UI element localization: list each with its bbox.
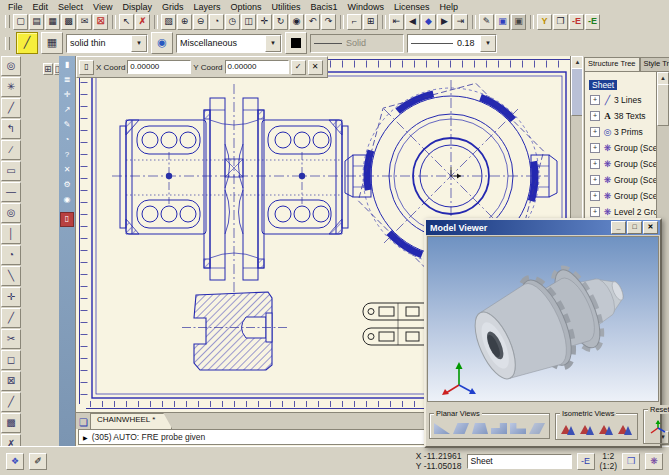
scissors-icon[interactable]: ✂ [1, 329, 21, 349]
edit-cursor-button[interactable]: ✐ [29, 453, 47, 470]
expand-icon[interactable]: + [590, 127, 600, 137]
menu-item[interactable]: Select [53, 2, 88, 12]
tree-item[interactable]: + ◎ 3 Prims [587, 124, 657, 140]
hatch-tool-icon[interactable]: ▩ [1, 413, 21, 433]
tree-item[interactable]: + ❋ Group (Scene) [587, 188, 657, 204]
sheet-tab[interactable]: CHAINWHEEL * [90, 413, 172, 429]
group-mode-button[interactable]: ❋ [645, 453, 663, 470]
zoom-out-icon[interactable]: ⊖ [193, 14, 208, 30]
box-diagonal-icon[interactable]: ⊠ [1, 371, 21, 391]
sheet-name-field[interactable]: Sheet [467, 454, 572, 469]
circle-quadrant-icon[interactable]: ◔ [1, 245, 21, 265]
query-icon[interactable]: ? [61, 149, 73, 162]
zoom-window-icon[interactable]: ◫ [241, 14, 256, 30]
category-combo[interactable]: Miscellaneous ▼ [176, 34, 282, 53]
arrow-icon[interactable]: ↗ [61, 104, 73, 117]
y-coord-field[interactable]: 0.00000 [225, 60, 289, 74]
save-all-icon[interactable]: ▩ [61, 14, 76, 30]
elbow-line-icon[interactable]: ↰ [1, 119, 21, 139]
grid-tool-icon[interactable]: ⊞ [363, 14, 378, 30]
plus-icon[interactable]: ✛ [61, 89, 73, 102]
cross-tool-icon[interactable]: ✛ [1, 287, 21, 307]
undo-icon[interactable]: ↶ [305, 14, 320, 30]
box-tool-icon[interactable]: ◻ [1, 350, 21, 370]
expand-icon[interactable]: + [590, 191, 600, 201]
rectangle-tool-icon[interactable]: ▭ [1, 161, 21, 181]
chevron-down-icon[interactable]: ▼ [265, 35, 281, 52]
confirm-icon[interactable]: ✓ [291, 60, 306, 75]
line-angle-icon[interactable]: ∕ [1, 140, 21, 160]
menu-item[interactable]: Windows [343, 2, 390, 12]
x-coord-field[interactable]: 0.00000 [127, 60, 191, 74]
close-doc-icon[interactable]: ☒ [93, 14, 108, 30]
plane-bottom-icon[interactable] [529, 423, 545, 434]
line-tool-icon[interactable]: ╱ [1, 98, 21, 118]
iso-view-nw-icon[interactable] [579, 423, 595, 435]
expand-icon[interactable]: + [590, 207, 600, 217]
circle-center-icon[interactable]: ◎ [1, 203, 21, 223]
plane-top-icon[interactable] [510, 423, 526, 434]
image-dark-icon[interactable]: ▣ [511, 14, 526, 30]
tree-item[interactable]: + ❋ Group (Scene) [587, 140, 657, 156]
menu-item[interactable]: File [3, 2, 28, 12]
export-sheet-button[interactable]: -E [577, 453, 595, 470]
expand-icon[interactable]: + [590, 175, 600, 185]
list-icon[interactable]: ≣ [61, 74, 73, 87]
cancel-icon[interactable]: ✕ [308, 60, 323, 75]
select-arrow-icon[interactable]: ↖ [119, 14, 134, 30]
color-swatch-button[interactable] [285, 32, 307, 54]
tangent-line-icon[interactable]: ╱ [1, 308, 21, 328]
model-viewer-titlebar[interactable]: Model Viewer _ □ ✕ [426, 220, 660, 235]
export-red-icon[interactable]: -E [569, 14, 584, 30]
tree-item[interactable]: + A 38 Texts [587, 108, 657, 124]
close-icon[interactable]: ✕ [643, 221, 658, 234]
model-viewer-window[interactable]: Model Viewer _ □ ✕ [424, 218, 662, 448]
line-draw-toggle[interactable]: ╱ [16, 32, 38, 54]
style-group-button[interactable]: ◉ [151, 32, 173, 54]
menu-item[interactable]: Grids [157, 2, 189, 12]
line-horizontal-icon[interactable]: ― [1, 182, 21, 202]
expand-icon[interactable]: + [590, 143, 600, 153]
scrollbar-thumb[interactable] [657, 84, 669, 126]
tab-structure-tree[interactable]: Structure Tree [584, 57, 640, 71]
plane-left-icon[interactable] [472, 423, 488, 434]
nav-next-icon[interactable]: ▶ [437, 14, 452, 30]
model-viewport[interactable] [427, 236, 659, 402]
tab-style-tree[interactable]: Style Tree [640, 57, 669, 71]
chevron-down-icon[interactable]: ▼ [480, 35, 496, 52]
menu-item[interactable]: Options [225, 2, 266, 12]
nav-last-icon[interactable]: ⇥ [453, 14, 468, 30]
pin-button[interactable]: ❖ [6, 453, 24, 470]
dash-line-icon[interactable]: ╱ [1, 392, 21, 412]
minimize-icon[interactable]: _ [611, 221, 626, 234]
toolbar-drag-handle[interactable] [5, 15, 10, 28]
new-file-icon[interactable]: ▢ [13, 14, 28, 30]
menu-item[interactable]: Bacis1 [306, 2, 343, 12]
export-green-icon[interactable]: -E [585, 14, 600, 30]
tree-item[interactable]: + ╱ 3 Lines [587, 92, 657, 108]
maximize-icon[interactable]: □ [627, 221, 642, 234]
pan-icon[interactable]: ✛ [257, 14, 272, 30]
zoom-target-icon[interactable]: ◉ [289, 14, 304, 30]
menu-item[interactable]: Display [117, 2, 157, 12]
redo-icon[interactable]: ↷ [321, 14, 336, 30]
burst-icon[interactable]: ✳ [1, 77, 21, 97]
reset-view-button[interactable] [648, 419, 668, 439]
erase-icon[interactable]: ✕ [61, 164, 73, 177]
window-view-button[interactable]: ❒ [622, 453, 640, 470]
corner-tool-icon[interactable]: ⌐ [347, 14, 362, 30]
menu-item[interactable]: View [88, 2, 117, 12]
line-vertical-icon[interactable]: │ [1, 224, 21, 244]
chevron-down-icon[interactable]: ▼ [131, 35, 147, 52]
menu-item[interactable]: Help [435, 2, 464, 12]
expand-icon[interactable]: + [590, 159, 600, 169]
plane-back-icon[interactable] [453, 423, 469, 434]
zoom-in-icon[interactable]: ⊕ [177, 14, 192, 30]
quadrant-icon[interactable]: ◔ [61, 134, 73, 147]
iso-view-se-icon[interactable] [598, 423, 614, 435]
branch-icon[interactable]: Y [537, 14, 552, 30]
attach-tool-button[interactable]: ▦ [41, 32, 63, 54]
tree-root[interactable]: Sheet [589, 80, 617, 90]
pen-icon[interactable]: ✎ [61, 119, 73, 132]
nav-first-icon[interactable]: ⇤ [389, 14, 404, 30]
